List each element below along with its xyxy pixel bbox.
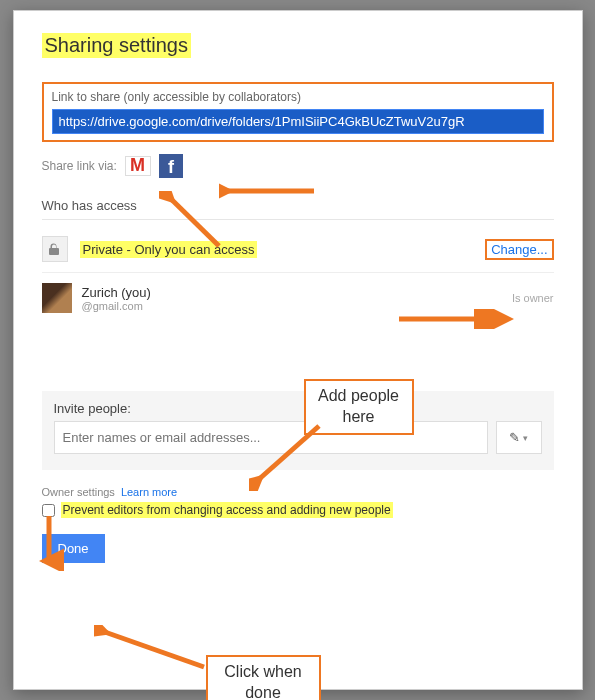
invite-row: ✎ ▾ — [54, 421, 542, 454]
invite-input[interactable] — [54, 421, 488, 454]
invite-section: Invite people: ✎ ▾ — [42, 391, 554, 470]
share-via-row: Share link via: f — [42, 154, 554, 178]
dialog-title: Sharing settings — [42, 33, 191, 58]
owner-role: Is owner — [512, 292, 554, 304]
facebook-icon[interactable]: f — [159, 154, 183, 178]
prevent-row: Prevent editors from changing access and… — [42, 502, 554, 518]
avatar — [42, 283, 72, 313]
prevent-text: Prevent editors from changing access and… — [61, 502, 393, 518]
gmail-icon[interactable] — [125, 156, 151, 176]
privacy-text: Private - Only you can access — [80, 241, 258, 258]
invite-label: Invite people: — [54, 401, 542, 416]
prevent-checkbox[interactable] — [42, 504, 55, 517]
permission-dropdown[interactable]: ✎ ▾ — [496, 421, 542, 454]
svg-line-5 — [102, 631, 204, 667]
lock-icon — [42, 236, 68, 262]
chevron-down-icon: ▾ — [523, 433, 528, 443]
privacy-row: Private - Only you can access Change... — [42, 230, 554, 273]
divider — [42, 219, 554, 220]
owner-email: @gmail.com — [82, 300, 151, 312]
annotation-click-when-done: Click when done — [206, 655, 321, 700]
link-share-box: Link to share (only accessible by collab… — [42, 82, 554, 142]
owner-settings-row: Owner settings Learn more — [42, 486, 554, 498]
owner-name: Zurich (you) — [82, 285, 151, 300]
owner-settings-label: Owner settings — [42, 486, 115, 498]
who-has-access-label: Who has access — [42, 198, 554, 213]
change-link[interactable]: Change... — [485, 239, 553, 260]
owner-row: Zurich (you) @gmail.com Is owner — [42, 273, 554, 323]
link-label: Link to share (only accessible by collab… — [52, 90, 544, 104]
learn-more-link[interactable]: Learn more — [121, 486, 177, 498]
pencil-icon: ✎ — [509, 430, 520, 445]
share-link-input[interactable] — [52, 109, 544, 134]
owner-info: Zurich (you) @gmail.com — [82, 285, 151, 312]
arrow-to-done — [94, 625, 214, 675]
annotation-add-people: Add people here — [304, 379, 414, 435]
done-button[interactable]: Done — [42, 534, 105, 563]
share-via-label: Share link via: — [42, 159, 117, 173]
sharing-dialog: Sharing settings Link to share (only acc… — [13, 10, 583, 690]
